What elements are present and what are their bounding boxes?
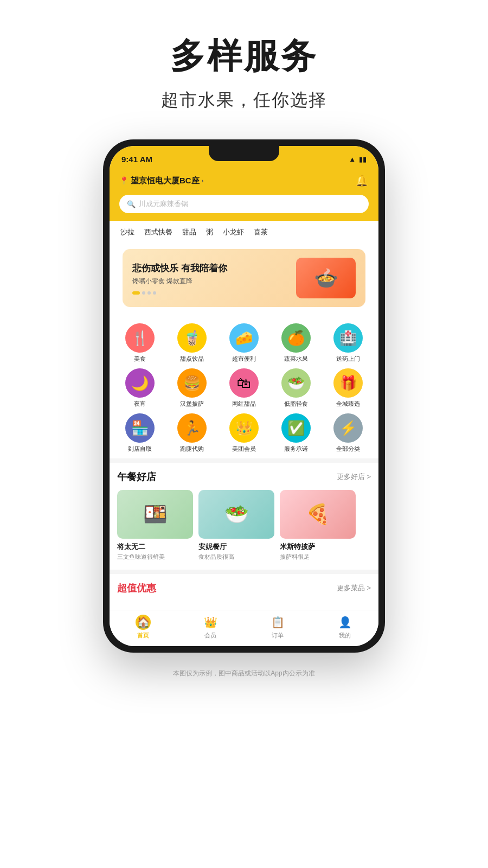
phone-screen: 9:41 AM ▲ ▮▮ 📍 望京恒电大厦BC座 › 🔔 🔍 川成元麻辣香锅 沙…	[110, 146, 378, 646]
restaurant-section-title: 午餐好店	[117, 470, 156, 483]
category-icon: 🏪	[125, 413, 155, 443]
deals-more-button[interactable]: 更多菜品 >	[337, 583, 371, 593]
tab-label: 我的	[339, 631, 351, 640]
category-tag[interactable]: 沙拉	[118, 226, 137, 238]
banner-title: 悲伤或快乐 有我陪着你	[132, 262, 227, 275]
restaurant-image: 🍱	[117, 490, 193, 539]
category-item[interactable]: ✅ 服务承诺	[271, 413, 321, 453]
restaurant-more-button[interactable]: 更多好店 >	[337, 472, 371, 482]
category-label: 低脂轻食	[284, 400, 308, 408]
search-bar[interactable]: 🔍 川成元麻辣香锅	[119, 195, 369, 213]
wifi-icon: ▲	[349, 155, 356, 163]
banner-dots	[132, 291, 227, 295]
category-icon: 🧋	[177, 323, 207, 353]
app-header: 📍 望京恒电大厦BC座 › 🔔	[110, 170, 378, 195]
deals-section-header: 超值优惠 更多菜品 >	[117, 582, 371, 595]
restaurant-name: 安妮餐厅	[198, 542, 274, 552]
restaurant-card[interactable]: 🍱 将太无二 三文鱼味道很鲜美	[117, 490, 193, 561]
restaurant-name: 米斯特披萨	[280, 542, 356, 552]
restaurant-desc: 三文鱼味道很鲜美	[117, 553, 193, 561]
category-item[interactable]: 🛍 网红甜品	[219, 368, 269, 408]
tab-label: 订单	[272, 631, 284, 640]
category-tag[interactable]: 粥	[204, 226, 215, 238]
category-item[interactable]: 🧋 甜点饮品	[167, 323, 217, 363]
tab-label: 首页	[137, 631, 149, 640]
status-icons: ▲ ▮▮	[349, 155, 367, 163]
category-tag[interactable]: 西式快餐	[142, 226, 175, 238]
phone-frame: 9:41 AM ▲ ▮▮ 📍 望京恒电大厦BC座 › 🔔 🔍 川成元麻辣香锅 沙…	[103, 139, 385, 653]
banner[interactable]: 悲伤或快乐 有我陪着你 馋嘴小零食 爆款直降 🍲	[123, 249, 365, 307]
category-label: 超市便利	[232, 355, 256, 363]
restaurant-card[interactable]: 🍕 米斯特披萨 披萨料很足	[280, 490, 356, 561]
category-label: 汉堡披萨	[180, 400, 204, 408]
battery-icon: ▮▮	[359, 155, 367, 163]
tab-icon: 👑	[203, 615, 218, 630]
category-item[interactable]: 👑 美团会员	[219, 413, 269, 453]
deals-section: 超值优惠 更多菜品 >	[110, 574, 378, 610]
restaurant-list: 🍱 将太无二 三文鱼味道很鲜美 🥗 安妮餐厅 食材品质很高 🍕 米斯特披萨 披萨…	[117, 490, 371, 561]
bell-icon[interactable]: 🔔	[355, 174, 369, 187]
tab-item-订单[interactable]: 📋 订单	[244, 615, 311, 640]
restaurant-desc: 披萨料很足	[280, 553, 356, 561]
restaurant-section-header: 午餐好店 更多好店 >	[117, 470, 371, 483]
restaurant-image: 🍕	[280, 490, 356, 539]
category-label: 全城臻选	[336, 400, 360, 408]
footer-note: 本图仅为示例，图中商品或活动以App内公示为准	[173, 669, 314, 678]
category-icon: 🍔	[177, 368, 207, 398]
category-item[interactable]: 🍴 美食	[115, 323, 165, 363]
banner-dot-4	[153, 291, 156, 295]
deals-section-title: 超值优惠	[117, 582, 156, 595]
search-area: 🔍 川成元麻辣香锅	[110, 195, 378, 221]
category-icon: 🏃	[177, 413, 207, 443]
tab-icon: 👤	[337, 615, 352, 630]
page-subtitle: 超市水果，任你选择	[161, 88, 327, 112]
location-row[interactable]: 📍 望京恒电大厦BC座 ›	[119, 176, 203, 186]
category-tag[interactable]: 甜品	[180, 226, 198, 238]
page-headline: 多样服务	[170, 33, 318, 80]
category-label: 夜宵	[134, 400, 146, 408]
banner-subtitle: 馋嘴小零食 爆款直降	[132, 277, 227, 286]
category-item[interactable]: 🍔 汉堡披萨	[167, 368, 217, 408]
category-icon: ⚡	[333, 413, 363, 443]
category-item[interactable]: 🍊 蔬菜水果	[271, 323, 321, 363]
location-text: 望京恒电大厦BC座	[131, 176, 200, 186]
tab-item-我的[interactable]: 👤 我的	[311, 615, 378, 640]
category-icon: 🧀	[229, 323, 259, 353]
category-label: 蔬菜水果	[284, 355, 308, 363]
category-item[interactable]: 🧀 超市便利	[219, 323, 269, 363]
cat-grid: 🍴 美食 🧋 甜点饮品 🧀 超市便利 🍊 蔬菜水果 🏥 送药上门 🌙 夜宵 🍔 …	[115, 323, 373, 453]
category-item[interactable]: 🏃 跑腿代购	[167, 413, 217, 453]
restaurant-desc: 食材品质很高	[198, 553, 274, 561]
category-item[interactable]: 🥗 低脂轻食	[271, 368, 321, 408]
restaurant-card[interactable]: 🥗 安妮餐厅 食材品质很高	[198, 490, 274, 561]
category-label: 到店自取	[128, 445, 152, 453]
category-icon: ✅	[281, 413, 311, 443]
category-tag[interactable]: 喜茶	[252, 226, 270, 238]
category-icon: 👑	[229, 413, 259, 443]
category-item[interactable]: 🌙 夜宵	[115, 368, 165, 408]
category-item[interactable]: 🎁 全城臻选	[323, 368, 373, 408]
tab-label: 会员	[204, 631, 216, 640]
chevron-right-icon: ›	[202, 177, 204, 184]
banner-dot-3	[147, 291, 151, 295]
category-label: 甜点饮品	[180, 355, 204, 363]
category-label: 美团会员	[232, 445, 256, 453]
tab-item-首页[interactable]: 🏠 首页	[110, 615, 177, 640]
banner-image: 🍲	[296, 258, 356, 298]
category-item[interactable]: 🏪 到店自取	[115, 413, 165, 453]
category-item[interactable]: ⚡ 全部分类	[323, 413, 373, 453]
category-label: 跑腿代购	[180, 445, 204, 453]
location-icon: 📍	[119, 176, 129, 185]
category-icon: 🍊	[281, 323, 311, 353]
category-tag[interactable]: 小龙虾	[221, 226, 246, 238]
tab-bar: 🏠 首页 👑 会员 📋 订单 👤 我的	[110, 610, 378, 646]
category-icon: 🛍	[229, 368, 259, 398]
category-label: 网红甜品	[232, 400, 256, 408]
category-section: 🍴 美食 🧋 甜点饮品 🧀 超市便利 🍊 蔬菜水果 🏥 送药上门 🌙 夜宵 🍔 …	[110, 316, 378, 458]
restaurant-name: 将太无二	[117, 542, 193, 552]
restaurant-section: 午餐好店 更多好店 > 🍱 将太无二 三文鱼味道很鲜美 🥗 安妮餐厅 食材品质很…	[110, 463, 378, 570]
category-item[interactable]: 🏥 送药上门	[323, 323, 373, 363]
banner-text-block: 悲伤或快乐 有我陪着你 馋嘴小零食 爆款直降	[132, 262, 227, 295]
tab-item-会员[interactable]: 👑 会员	[177, 615, 244, 640]
status-time: 9:41 AM	[121, 155, 152, 164]
